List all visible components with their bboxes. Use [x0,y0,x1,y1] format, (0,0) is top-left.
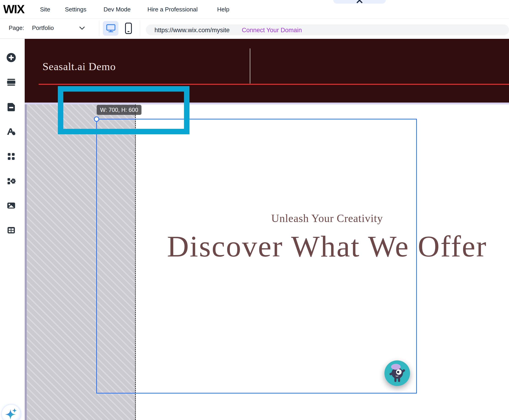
section-highlight-frame[interactable] [58,86,189,134]
editor-left-sidebar [0,38,25,420]
menu-site[interactable]: Site [40,6,50,13]
ai-sparkles-icon [4,407,18,420]
desktop-view-toggle[interactable] [103,21,118,36]
chevron-down-icon[interactable] [79,26,85,30]
page-selector[interactable]: Portfolio [32,24,54,31]
wix-editor-window: Seasalt.ai Demo Unleash Your Creativity … [0,0,509,420]
add-section-icon[interactable] [6,77,16,87]
toolbar-divider [99,21,99,36]
chat-widget-button[interactable] [385,360,410,386]
selected-element-outline[interactable] [96,119,417,393]
add-elements-icon[interactable] [6,52,16,63]
layouts-icon[interactable] [6,225,16,235]
mobile-view-toggle[interactable] [125,22,132,34]
app-market-icon[interactable] [6,151,16,161]
pages-menu-icon[interactable] [6,102,16,112]
desktop-icon [106,24,116,32]
editor-toolbar: Page: Portfolio https://www.wix.com/mysi… [0,18,509,38]
site-url-text: https://www.wix.com/mysite [154,27,230,34]
menu-help[interactable]: Help [217,6,229,13]
menu-dev-mode[interactable]: Dev Mode [104,6,131,13]
menu-hire-a-professional[interactable]: Hire a Professional [147,6,198,13]
site-design-icon[interactable] [6,127,16,137]
site-title-text[interactable]: Seasalt.ai Demo [43,60,116,73]
header-divider-line [250,48,250,84]
wix-ai-assistant-button[interactable] [2,405,21,420]
cms-icon[interactable] [6,176,16,186]
margin-hatch-left-edge [25,104,27,420]
toolbar-divider [140,21,140,36]
collapse-panel-button[interactable] [333,0,386,4]
wix-logo[interactable]: WIX [3,2,24,16]
header-red-underline [39,84,509,85]
connect-domain-link[interactable]: Connect Your Domain [242,27,302,34]
chevron-up-icon [356,0,363,3]
mobile-icon [125,22,132,34]
editor-top-bar: WIX Site Settings Dev Mode Hire a Profes… [0,0,509,18]
media-icon[interactable] [6,201,16,210]
page-label: Page: [9,24,24,31]
menu-settings[interactable]: Settings [65,6,86,13]
monster-avatar-icon [388,364,406,383]
